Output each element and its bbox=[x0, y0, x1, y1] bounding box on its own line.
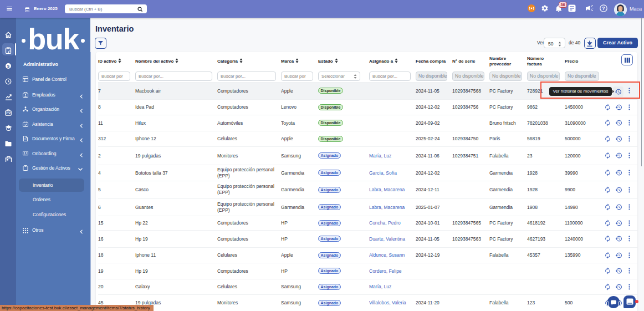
svg-text:CV: CV bbox=[6, 111, 11, 115]
svg-text:?: ? bbox=[602, 6, 605, 11]
svg-text:$: $ bbox=[7, 64, 9, 69]
